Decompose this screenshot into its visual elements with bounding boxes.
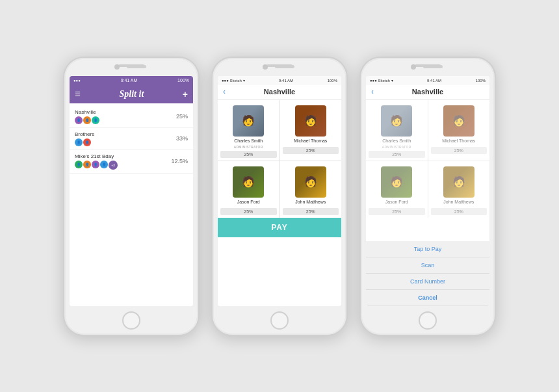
people-grid: 🧑 Charles Smith ADMINISTRATOR 25% 🧑 Mich… xyxy=(218,100,341,218)
person-cell: 🧑 Charles Smith ADMINISTRATOR 25% xyxy=(366,100,428,161)
avatar: 👤 xyxy=(75,161,83,168)
phone-2-battery: 100% xyxy=(328,79,337,83)
person-percent: 25% xyxy=(431,147,488,154)
group-info: Mike's 21st Bday 👤 👤 👤 👤 +3 xyxy=(75,153,171,170)
avatar-row: 👤 👤 xyxy=(75,138,176,146)
hamburger-icon[interactable]: ☰ xyxy=(75,90,81,98)
person-cell: 🧑 Jason Ford 25% xyxy=(366,161,428,218)
person-percent: 25% xyxy=(283,208,339,215)
avatar: 👤 xyxy=(75,138,83,146)
back-button[interactable]: ‹ xyxy=(223,87,226,96)
person-cell[interactable]: 🧑 John Matthews 25% xyxy=(280,161,342,218)
phone-2-time: 9:41 AM xyxy=(279,79,293,83)
people-grid-3: 🧑 Charles Smith ADMINISTRATOR 25% 🧑 Mich… xyxy=(366,100,489,218)
group-list: Nashville 👤 👤 👤 25% Brothers 👤 xyxy=(70,103,193,176)
screen-title: Nashville xyxy=(264,88,295,96)
avatar: 👤 xyxy=(100,161,108,168)
group-info: Nashville 👤 👤 👤 xyxy=(75,109,176,124)
phone-1-home-button[interactable] xyxy=(122,311,140,330)
phone-2-screen: ●●● Sketch ▾ 9:41 AM 100% ‹ Nashville 🧑 … xyxy=(218,76,341,306)
avatar: 👤 xyxy=(83,116,91,124)
group-info: Brothers 👤 👤 xyxy=(75,131,176,146)
phone-1-status-bar: ●●● 9:41 AM 100% xyxy=(70,76,193,85)
person-cell: 🧑 Michael Thomas 25% xyxy=(428,100,490,161)
nashville-header: ‹ Nashville xyxy=(218,85,341,100)
more-avatars-badge: +3 xyxy=(109,161,118,170)
app1-header: ☰ Split it + xyxy=(70,85,193,103)
phone-1-camera xyxy=(114,64,120,70)
person-avatar: 🧑 xyxy=(443,105,474,137)
list-item[interactable]: Mike's 21st Bday 👤 👤 👤 👤 +3 12.5% xyxy=(70,150,193,174)
phone-2: ●●● Sketch ▾ 9:41 AM 100% ‹ Nashville 🧑 … xyxy=(211,57,348,336)
group-name: Mike's 21st Bday xyxy=(75,153,171,159)
group-percent: 33% xyxy=(176,135,188,142)
person-avatar: 🧑 xyxy=(443,166,474,198)
phone-1-battery: 100% xyxy=(177,78,189,83)
person-avatar: 🧑 xyxy=(295,105,326,137)
avatar: 👤 xyxy=(92,116,99,124)
person-percent: 25% xyxy=(220,151,277,158)
person-percent: 25% xyxy=(369,151,425,158)
person-cell: 🧑 John Matthews 25% xyxy=(428,161,490,218)
person-percent: 25% xyxy=(369,208,425,215)
phones-container: ●●● 9:41 AM 100% ☰ Split it + Nashville … xyxy=(50,44,509,349)
person-percent: 25% xyxy=(220,208,277,215)
phone-3-speaker xyxy=(423,65,443,68)
phone-2-status-bar: ●●● Sketch ▾ 9:41 AM 100% xyxy=(218,76,341,85)
person-cell[interactable]: 🧑 Jason Ford 25% xyxy=(218,161,280,218)
phone-1-time: 9:41 AM xyxy=(121,78,138,83)
people-grid-wrapper-3: 🧑 Charles Smith ADMINISTRATOR 25% 🧑 Mich… xyxy=(366,100,489,218)
phone-3-status-bar: ●●● Sketch ▾ 9:41 AM 100% xyxy=(366,76,489,85)
phone-3-time: 9:41 AM xyxy=(427,79,441,83)
phone-1-screen: ●●● 9:41 AM 100% ☰ Split it + Nashville … xyxy=(70,76,193,306)
person-name: Charles Smith xyxy=(234,138,263,143)
avatar: 👤 xyxy=(75,116,83,124)
people-grid-wrapper: 🧑 Charles Smith ADMINISTRATOR 25% 🧑 Mich… xyxy=(218,100,341,237)
back-button-3[interactable]: ‹ xyxy=(371,87,374,96)
avatar: 👤 xyxy=(92,161,99,168)
person-name: Charles Smith xyxy=(382,138,411,143)
phone-3-home-button[interactable] xyxy=(419,311,437,330)
add-group-button[interactable]: + xyxy=(183,89,188,99)
phone-3: ●●● Sketch ▾ 9:41 AM 100% ‹ Nashville 🧑 … xyxy=(359,57,496,336)
avatar-row: 👤 👤 👤 👤 +3 xyxy=(75,161,171,170)
list-item[interactable]: Nashville 👤 👤 👤 25% xyxy=(70,106,193,128)
list-item[interactable]: Brothers 👤 👤 33% xyxy=(70,128,193,150)
phone-1-carrier: ●●● xyxy=(73,79,81,83)
screen-title-3: Nashville xyxy=(412,88,443,96)
person-name: Jason Ford xyxy=(385,200,408,204)
pay-button[interactable]: PAY xyxy=(218,218,341,237)
person-percent: 25% xyxy=(431,208,488,215)
phone-2-camera xyxy=(263,64,268,70)
person-name: Michael Thomas xyxy=(294,138,327,143)
group-percent: 12.5% xyxy=(171,158,188,164)
person-role: ADMINISTRATOR xyxy=(234,145,263,149)
phone-3-camera xyxy=(411,64,416,70)
person-role: ADMINISTRATOR xyxy=(382,145,411,149)
app1-logo: Split it xyxy=(120,89,144,99)
phone-1: ●●● 9:41 AM 100% ☰ Split it + Nashville … xyxy=(63,57,200,336)
person-avatar: 🧑 xyxy=(295,166,326,198)
person-cell[interactable]: 🧑 Charles Smith ADMINISTRATOR 25% xyxy=(218,100,280,161)
person-name: John Matthews xyxy=(443,200,474,204)
person-cell[interactable]: 🧑 Michael Thomas 25% xyxy=(280,100,342,161)
group-name: Nashville xyxy=(75,109,176,115)
person-name: John Matthews xyxy=(295,200,326,204)
phone-1-speaker xyxy=(127,65,146,68)
phone-2-carrier: ●●● Sketch ▾ xyxy=(222,78,245,83)
avatar: 👤 xyxy=(83,138,91,146)
nashville-header-3: ‹ Nashville xyxy=(366,85,489,100)
person-name: Jason Ford xyxy=(237,200,260,204)
avatar-row: 👤 👤 👤 xyxy=(75,116,176,124)
phone-2-home-button[interactable] xyxy=(270,311,289,330)
avatar: 👤 xyxy=(83,161,91,168)
person-avatar: 🧑 xyxy=(233,105,264,137)
phone-3-screen: ●●● Sketch ▾ 9:41 AM 100% ‹ Nashville 🧑 … xyxy=(366,76,489,306)
person-avatar: 🧑 xyxy=(381,166,412,198)
person-avatar: 🧑 xyxy=(381,105,412,137)
person-avatar: 🧑 xyxy=(233,166,264,198)
person-percent: 25% xyxy=(283,147,339,154)
person-name: Michael Thomas xyxy=(442,138,475,143)
phone-3-carrier: ●●● Sketch ▾ xyxy=(370,78,393,83)
group-name: Brothers xyxy=(75,131,176,137)
